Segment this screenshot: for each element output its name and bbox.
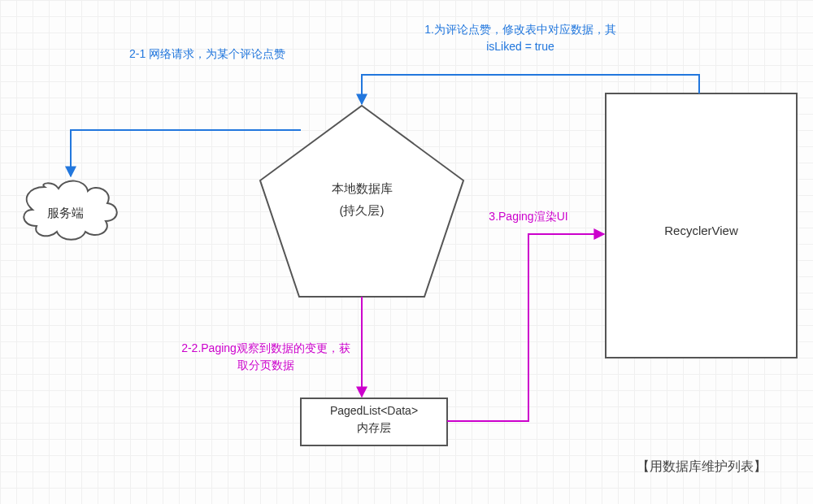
label-step1: 1.为评论点赞，修改表中对应数据，其 isLiked = true	[415, 21, 626, 55]
pagedlist-line1: PagedList<Data>	[330, 404, 418, 417]
database-label: 本地数据库 (持久层)	[297, 177, 427, 221]
db-line2: (持久层)	[340, 203, 385, 217]
db-line1: 本地数据库	[332, 181, 393, 195]
arrow-step3	[447, 234, 604, 421]
arrow-step2-1	[71, 130, 301, 176]
label-step3: 3.Paging渲染UI	[463, 208, 593, 225]
label-step2-1: 2-1 网络请求，为某个评论点赞	[106, 46, 309, 63]
label-step2-2: 2-2.Paging观察到数据的变更，获取分页数据	[180, 340, 351, 374]
diagram-caption: 【用数据库维护列表】	[606, 457, 797, 476]
pagedlist-label: PagedList<Data> 内存层	[301, 402, 447, 437]
server-label: 服务端	[47, 202, 84, 224]
pagedlist-line2: 内存层	[357, 421, 391, 434]
recyclerview-label: RecyclerView	[606, 219, 797, 241]
